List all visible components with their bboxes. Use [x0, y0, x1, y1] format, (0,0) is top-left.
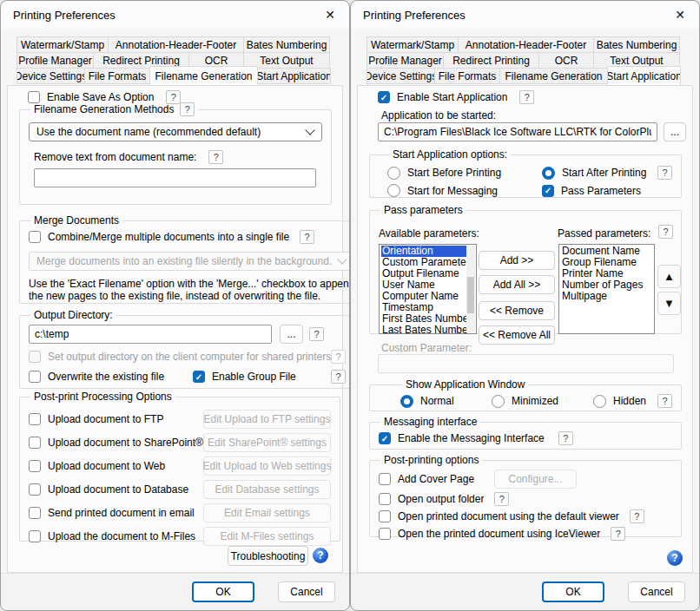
- help-icon[interactable]: ?: [657, 394, 672, 408]
- help-icon[interactable]: ?: [657, 166, 672, 180]
- troubleshooting-button[interactable]: Troubleshooting: [228, 546, 308, 566]
- list-item[interactable]: Multipage: [561, 291, 654, 302]
- upload-mfiles-checkbox[interactable]: [29, 530, 41, 542]
- upload-sharepoint-checkbox[interactable]: [29, 437, 41, 449]
- close-icon[interactable]: ✕: [661, 1, 699, 29]
- tab-bates-numbering[interactable]: Bates Numbering: [243, 36, 330, 53]
- upload-web-checkbox[interactable]: [29, 460, 41, 472]
- enable-save-as-checkbox[interactable]: [28, 91, 40, 103]
- help-icon[interactable]: ?: [208, 150, 223, 164]
- combine-merge-checkbox[interactable]: [29, 231, 41, 243]
- browse-button[interactable]: ...: [280, 325, 303, 344]
- ok-button[interactable]: OK: [542, 581, 604, 602]
- list-item[interactable]: First Bates Number: [381, 313, 467, 325]
- tab-profile-manager[interactable]: Profile Manager: [17, 52, 94, 69]
- tab-file-formats[interactable]: File Formats: [84, 68, 150, 84]
- tab-watermark-stamp[interactable]: Watermark/Stamp: [17, 36, 109, 53]
- window-minimized-option[interactable]: Minimized: [492, 395, 593, 408]
- tab-redirect-printing[interactable]: Redirect Printing: [443, 52, 539, 69]
- tab-start-application-active[interactable]: Start Application: [607, 66, 681, 85]
- tab-ocr[interactable]: OCR: [538, 52, 594, 69]
- list-item[interactable]: Document Name: [561, 246, 654, 257]
- tab-bates-numbering[interactable]: Bates Numbering: [593, 36, 680, 53]
- add-button[interactable]: Add >>: [479, 251, 555, 270]
- browse-button[interactable]: ...: [664, 122, 686, 141]
- help-icon[interactable]: ?: [630, 509, 644, 523]
- window-hidden-option[interactable]: Hidden: [593, 395, 646, 408]
- remove-all-button[interactable]: << Remove All: [479, 325, 555, 345]
- list-item[interactable]: Timestamp: [381, 302, 467, 313]
- ok-button[interactable]: OK: [192, 581, 254, 602]
- list-item[interactable]: Last Bates Number: [381, 325, 467, 334]
- output-directory-input[interactable]: [29, 325, 272, 344]
- help-icon[interactable]: ?: [558, 431, 573, 445]
- move-down-button[interactable]: ▼: [657, 292, 681, 315]
- tab-annotation-header-footer[interactable]: Annotation-Header-Footer: [458, 36, 594, 53]
- start-after-printing-option[interactable]: Start After Printing: [542, 167, 646, 180]
- help-icon[interactable]: ?: [494, 492, 509, 506]
- list-item[interactable]: Computer Name: [381, 291, 467, 302]
- enable-start-application-checkbox[interactable]: ✓: [378, 91, 390, 103]
- cancel-button[interactable]: Cancel: [278, 581, 335, 602]
- list-item[interactable]: Number of Pages: [561, 279, 654, 291]
- start-before-printing-option[interactable]: Start Before Printing: [387, 167, 542, 180]
- help-circle-icon[interactable]: ?: [313, 548, 328, 563]
- help-circle-icon[interactable]: ?: [667, 550, 683, 566]
- tab-start-application[interactable]: Start Application: [257, 68, 331, 84]
- help-icon[interactable]: ?: [519, 90, 534, 104]
- titlebar[interactable]: Printing Preferences ✕: [1, 1, 349, 29]
- enable-messaging-checkbox[interactable]: ✓: [379, 432, 391, 444]
- start-for-messaging-option[interactable]: Start for Messaging: [387, 184, 542, 197]
- tab-filename-generation-active[interactable]: Filename Generation: [149, 66, 258, 85]
- window-normal-radio-selected[interactable]: [400, 395, 413, 408]
- enable-group-file-checkbox[interactable]: ✓: [193, 371, 205, 383]
- help-icon[interactable]: ?: [331, 370, 346, 384]
- window-hidden-radio[interactable]: [593, 395, 606, 408]
- tab-profile-manager[interactable]: Profile Manager: [367, 52, 444, 69]
- passed-parameters-listbox[interactable]: Document Name Group Filename Printer Nam…: [558, 244, 655, 334]
- close-icon[interactable]: ✕: [311, 1, 349, 29]
- remove-button[interactable]: << Remove: [479, 301, 555, 320]
- titlebar[interactable]: Printing Preferences ✕: [351, 1, 699, 29]
- window-minimized-radio[interactable]: [492, 395, 505, 408]
- remove-text-input[interactable]: [34, 168, 316, 187]
- filename-method-dropdown[interactable]: Use the document name (recommended defau…: [29, 122, 322, 141]
- tab-annotation-header-footer[interactable]: Annotation-Header-Footer: [108, 36, 244, 53]
- start-for-messaging-radio[interactable]: [387, 184, 400, 197]
- add-cover-page-checkbox[interactable]: [379, 473, 391, 485]
- list-item[interactable]: Custom Parameter: [381, 257, 467, 268]
- tab-device-settings[interactable]: Device Settings: [367, 68, 435, 84]
- tab-device-settings[interactable]: Device Settings: [17, 68, 85, 84]
- send-email-checkbox[interactable]: [29, 507, 41, 519]
- pass-parameters-checkbox[interactable]: ✓: [542, 185, 554, 197]
- start-before-printing-radio[interactable]: [387, 167, 400, 180]
- vertical-scrollbar[interactable]: [466, 246, 475, 332]
- help-icon[interactable]: ?: [331, 350, 346, 364]
- list-item[interactable]: Group Filename: [561, 257, 654, 268]
- start-after-printing-radio-selected[interactable]: [542, 167, 555, 180]
- upload-ftp-checkbox[interactable]: [29, 413, 41, 425]
- help-icon[interactable]: ?: [300, 230, 314, 244]
- overwrite-checkbox[interactable]: [29, 371, 41, 383]
- list-item[interactable]: Output Filename: [381, 268, 467, 279]
- available-parameters-listbox[interactable]: Orientation Custom Parameter Output File…: [379, 244, 477, 334]
- pass-parameters-option[interactable]: ✓ Pass Parameters: [542, 185, 641, 197]
- tab-watermark-stamp[interactable]: Watermark/Stamp: [367, 36, 459, 53]
- help-icon[interactable]: ?: [180, 102, 195, 116]
- help-icon[interactable]: ?: [658, 225, 673, 239]
- move-up-button[interactable]: ▲: [657, 265, 681, 288]
- help-icon[interactable]: ?: [309, 327, 324, 341]
- tab-file-formats[interactable]: File Formats: [434, 68, 500, 84]
- upload-database-checkbox[interactable]: [29, 483, 41, 496]
- help-icon[interactable]: ?: [611, 527, 625, 541]
- iceviewer-checkbox[interactable]: [379, 528, 391, 540]
- cancel-button[interactable]: Cancel: [628, 581, 685, 602]
- open-output-folder-checkbox[interactable]: [379, 493, 391, 505]
- list-item[interactable]: Printer Name: [561, 268, 654, 279]
- add-all-button[interactable]: Add All >>: [479, 275, 555, 294]
- list-item[interactable]: User Name: [381, 279, 467, 291]
- list-item-selected[interactable]: Orientation: [381, 246, 467, 257]
- application-path-input[interactable]: [378, 122, 657, 141]
- scrollbar-thumb[interactable]: [467, 277, 474, 313]
- default-viewer-checkbox[interactable]: [379, 510, 391, 522]
